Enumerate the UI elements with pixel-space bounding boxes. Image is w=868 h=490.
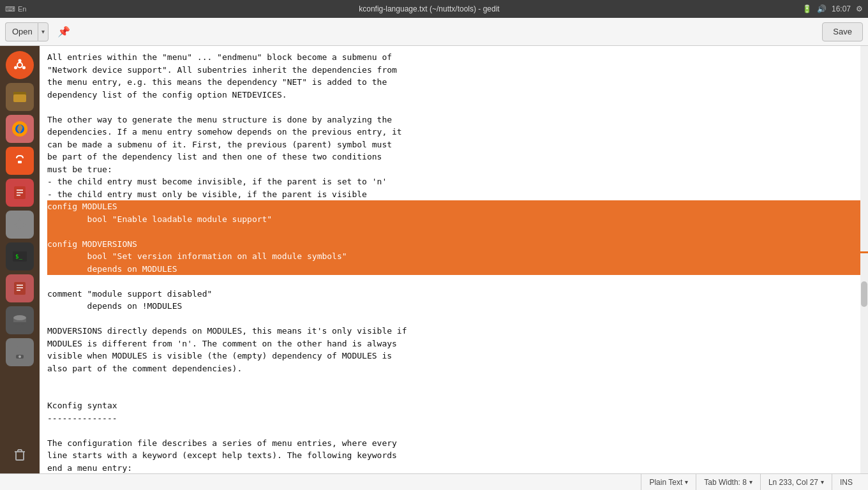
svg-text:$_: $_ (15, 253, 22, 260)
statusbar-plain-text[interactable]: Plain Text ▾ (641, 474, 696, 490)
sidebar-item-trash[interactable] (6, 440, 34, 468)
svg-point-28 (19, 355, 21, 358)
sidebar: $_ (0, 46, 40, 473)
save-button[interactable]: Save (822, 22, 863, 41)
scrollbar-thumb[interactable] (861, 281, 867, 307)
sidebar-item-gedit[interactable] (6, 274, 34, 302)
svg-rect-6 (13, 94, 26, 102)
titlebar: ⌨ En kconfig-language.txt (~/nuttx/tools… (0, 0, 868, 18)
sidebar-item-firefox[interactable] (6, 115, 34, 143)
clock: 16:07 (832, 4, 851, 13)
language-icon: En (18, 5, 26, 13)
plain-text-label: Plain Text (649, 478, 682, 487)
plain-text-arrow: ▾ (685, 479, 688, 486)
svg-point-1 (19, 59, 22, 63)
svg-point-3 (22, 66, 26, 70)
battery-icon: 🔋 (802, 4, 812, 13)
editor-text-before: All entries within the "menu" ... "endme… (47, 51, 860, 200)
editor-content[interactable]: All entries within the "menu" ... "endme… (40, 46, 868, 473)
scrollbar-track[interactable] (860, 46, 868, 473)
ins-label: INS (840, 478, 853, 487)
cursor-position-label: Ln 233, Col 27 (768, 478, 818, 487)
sidebar-item-usb[interactable] (6, 338, 34, 366)
open-dropdown[interactable]: Open ▾ (5, 22, 49, 41)
sidebar-item-settings[interactable] (6, 211, 34, 239)
window-title: kconfig-language.txt (~/nuttx/tools) - g… (56, 4, 802, 13)
sidebar-item-files[interactable] (6, 83, 34, 111)
statusbar-ins: INS (832, 474, 860, 490)
open-dropdown-arrow[interactable]: ▾ (38, 22, 49, 41)
sidebar-item-ubuntu[interactable] (6, 51, 34, 79)
statusbar-tab-width[interactable]: Tab Width: 8 ▾ (696, 474, 761, 490)
open-button[interactable]: Open (5, 22, 38, 41)
titlebar-right: 🔋 🔊 16:07 ⚙ (802, 4, 863, 13)
toolbar: Open ▾ 📌 Save (0, 18, 868, 46)
sidebar-item-terminal[interactable]: $_ (6, 242, 34, 271)
editor-container: All entries within the "menu" ... "endme… (40, 46, 868, 473)
pin-button[interactable]: 📌 (52, 23, 75, 40)
svg-rect-19 (14, 282, 26, 295)
sidebar-item-store[interactable] (6, 147, 34, 175)
sidebar-item-text-editor[interactable] (6, 179, 34, 207)
main-layout: $_ All entries within the "menu" ... "en… (0, 46, 868, 473)
svg-rect-11 (18, 161, 22, 163)
tab-width-label: Tab Width: 8 (704, 478, 747, 487)
cursor-position-arrow: ▾ (821, 479, 824, 486)
keyboard-icon: ⌨ (5, 5, 15, 13)
editor-highlight-block: config MODULES bool "Enable loadable mod… (47, 200, 860, 275)
svg-point-2 (14, 66, 17, 70)
tab-width-arrow: ▾ (749, 479, 752, 486)
sidebar-item-disk[interactable] (6, 306, 34, 334)
svg-rect-29 (16, 452, 24, 460)
svg-point-25 (13, 315, 26, 320)
scrollbar-marker (860, 251, 868, 253)
system-settings-icon[interactable]: ⚙ (856, 4, 863, 13)
volume-icon: 🔊 (817, 4, 827, 13)
svg-rect-26 (17, 346, 22, 355)
svg-rect-7 (13, 92, 20, 94)
editor-text-after: comment "module support disabled" depend… (47, 275, 860, 473)
statusbar: Plain Text ▾ Tab Width: 8 ▾ Ln 233, Col … (0, 473, 868, 490)
statusbar-cursor-position[interactable]: Ln 233, Col 27 ▾ (761, 474, 832, 490)
titlebar-left: ⌨ En (5, 5, 56, 13)
